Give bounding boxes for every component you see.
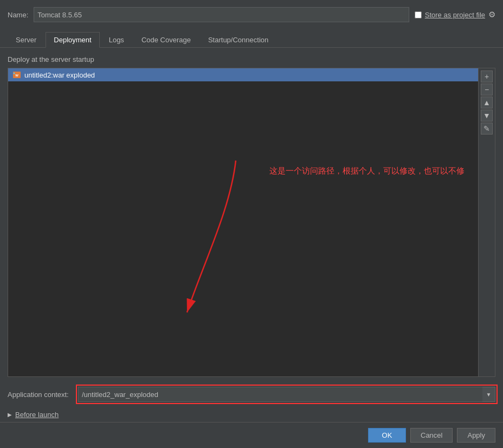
- app-context-label: Application context:: [8, 391, 73, 399]
- app-context-dropdown-button[interactable]: ▼: [482, 387, 495, 402]
- move-up-button[interactable]: ▲: [481, 97, 493, 108]
- tab-code-coverage[interactable]: Code Coverage: [133, 32, 199, 48]
- header-row: Name: Store as project file ⚙: [0, 0, 503, 29]
- edit-button[interactable]: ✎: [481, 123, 493, 135]
- svg-text:W: W: [15, 74, 18, 77]
- ok-button[interactable]: OK: [368, 428, 406, 443]
- before-launch-label[interactable]: Before launch: [15, 411, 59, 419]
- store-as-project-checkbox[interactable]: [415, 11, 422, 18]
- collapse-icon[interactable]: ▶: [8, 412, 12, 418]
- before-launch-row: ▶ Before launch: [8, 406, 495, 422]
- app-context-row: Application context: ▼: [8, 383, 495, 406]
- footer: OK Cancel Apply: [0, 422, 503, 448]
- tabs-row: Server Deployment Logs Code Coverage Sta…: [0, 29, 503, 48]
- cancel-button[interactable]: Cancel: [410, 428, 453, 443]
- tab-startup-connection[interactable]: Startup/Connection: [200, 32, 276, 48]
- content-area: Deploy at the server startup W untitled2…: [0, 48, 503, 422]
- gear-icon[interactable]: ⚙: [488, 10, 495, 20]
- store-checkbox-area: Store as project file ⚙: [415, 10, 495, 20]
- deploy-section-label: Deploy at the server startup: [8, 55, 495, 63]
- app-context-input[interactable]: [78, 387, 495, 402]
- tab-server[interactable]: Server: [8, 32, 44, 48]
- tab-deployment[interactable]: Deployment: [46, 32, 99, 48]
- apply-button[interactable]: Apply: [457, 428, 495, 443]
- deploy-list: W untitled2:war exploded: [8, 68, 478, 376]
- run-configuration-dialog: Name: Store as project file ⚙ Server Dep…: [0, 0, 503, 448]
- remove-button[interactable]: −: [481, 84, 493, 95]
- side-buttons: + − ▲ ▼ ✎: [478, 68, 495, 376]
- list-item[interactable]: W untitled2:war exploded: [8, 68, 478, 81]
- deploy-item-text: untitled2:war exploded: [24, 71, 95, 79]
- tab-logs[interactable]: Logs: [101, 32, 132, 48]
- war-icon: W: [12, 71, 21, 79]
- name-label: Name:: [8, 11, 28, 19]
- move-down-button[interactable]: ▼: [481, 110, 493, 121]
- store-as-project-label[interactable]: Store as project file: [425, 11, 485, 19]
- app-context-input-wrapper: ▼: [78, 387, 495, 402]
- add-button[interactable]: +: [481, 71, 493, 82]
- name-input[interactable]: [34, 7, 409, 22]
- deploy-panel: W untitled2:war exploded 这是一个访问路径，根据个人，可…: [8, 68, 495, 377]
- svg-point-2: [14, 73, 15, 74]
